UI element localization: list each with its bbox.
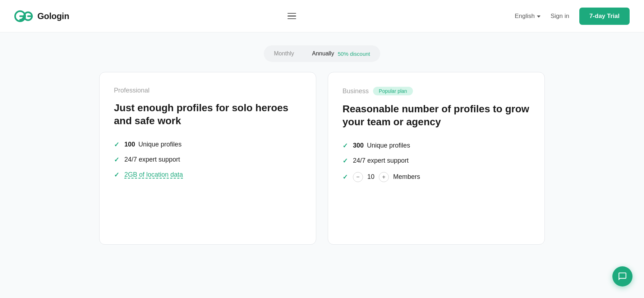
- members-increment-button[interactable]: +: [379, 172, 389, 182]
- plan-name-business: Business: [342, 87, 369, 95]
- trial-button[interactable]: 7-day Trial: [579, 8, 630, 25]
- billing-monthly[interactable]: Monthly: [265, 47, 303, 60]
- chevron-down-icon: [537, 15, 540, 18]
- sign-in-link[interactable]: Sign in: [551, 13, 569, 20]
- plans-section: Professional Just enough profiles for so…: [70, 72, 574, 259]
- language-selector[interactable]: English: [515, 13, 540, 20]
- feature-profiles-business: ✓ 300 Unique profiles: [342, 142, 530, 150]
- feature-profiles: ✓ 100 Unique profiles: [114, 141, 302, 149]
- feature-members-business: ✓ − 10 + Members: [342, 172, 530, 182]
- feature-list-professional: ✓ 100 Unique profiles ✓ 24/7 expert supp…: [114, 141, 302, 179]
- logo-area: Gologin: [14, 10, 69, 23]
- feature-location: ✓ 2GB of location data: [114, 171, 302, 179]
- discount-badge: 50% discount: [338, 51, 370, 57]
- logo-text: Gologin: [37, 11, 69, 21]
- check-icon: ✓: [342, 173, 348, 181]
- feature-list-business: ✓ 300 Unique profiles ✓ 24/7 expert supp…: [342, 142, 530, 182]
- nav-right: English Sign in 7-day Trial: [515, 8, 630, 25]
- billing-annually[interactable]: Annually 50% discount: [303, 47, 378, 60]
- feature-count: 100 Unique profiles: [124, 141, 181, 148]
- feature-location-link[interactable]: 2GB of location data: [124, 171, 183, 179]
- check-icon: ✓: [114, 156, 119, 164]
- check-icon: ✓: [114, 141, 119, 149]
- feature-support-business: ✓ 24/7 expert support: [342, 157, 530, 165]
- logo-icon: [14, 10, 33, 23]
- chat-icon: [618, 272, 627, 281]
- feature-count-business: 300 Unique profiles: [353, 142, 410, 149]
- plan-desc-business: Reasonable number of profiles to grow yo…: [342, 103, 530, 129]
- feature-text: 24/7 expert support: [124, 156, 180, 163]
- plan-business: Business Popular plan Reasonable number …: [328, 72, 545, 245]
- plan-header-professional: Professional: [114, 87, 302, 94]
- popular-badge: Popular plan: [373, 87, 413, 95]
- hamburger-menu[interactable]: [285, 10, 299, 22]
- plan-professional: Professional Just enough profiles for so…: [99, 72, 316, 245]
- feature-support: ✓ 24/7 expert support: [114, 156, 302, 164]
- members-count: 10: [367, 173, 374, 181]
- members-decrement-button[interactable]: −: [353, 172, 363, 182]
- main-header: Gologin English Sign in 7-day Trial: [0, 0, 644, 32]
- language-label: English: [515, 13, 535, 20]
- billing-toggle: Monthly Annually 50% discount: [264, 45, 380, 62]
- members-label: Members: [393, 173, 420, 181]
- chat-button[interactable]: [612, 266, 632, 286]
- plan-header-business: Business Popular plan: [342, 87, 530, 95]
- check-icon: ✓: [342, 142, 348, 150]
- check-icon: ✓: [342, 157, 348, 165]
- check-icon: ✓: [114, 171, 119, 179]
- plan-name-professional: Professional: [114, 87, 150, 94]
- feature-text-business: 24/7 expert support: [353, 157, 409, 164]
- plan-desc-professional: Just enough profiles for solo heroes and…: [114, 101, 302, 128]
- members-control: − 10 + Members: [353, 172, 420, 182]
- billing-section: Monthly Annually 50% discount: [0, 32, 644, 72]
